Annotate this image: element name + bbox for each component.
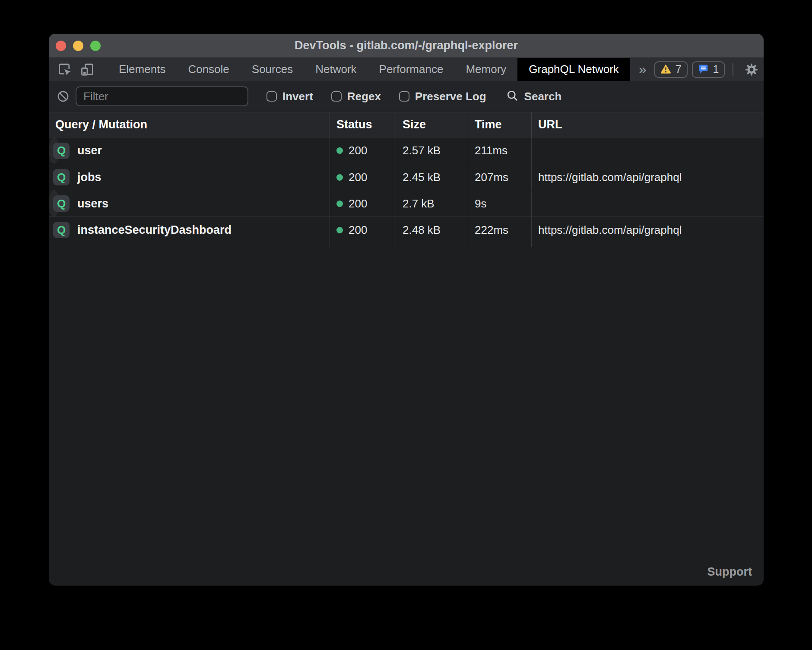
url-cell: https://gitlab.com/api/graphql	[531, 164, 764, 190]
filter-option-invert[interactable]: Invert	[266, 90, 313, 103]
close-window-button[interactable]	[56, 41, 66, 51]
zoom-window-button[interactable]	[90, 41, 101, 51]
request-row-jobs[interactable]: Qjobs2002.45 kB207mshttps://gitlab.com/a…	[49, 164, 764, 190]
column-header-query-mutation[interactable]: Query / Mutation	[49, 112, 330, 137]
size-cell: 2.45 kB	[396, 164, 468, 190]
request-row-instancesecuritydashboard[interactable]: QinstanceSecurityDashboard2002.48 kB222m…	[49, 217, 764, 243]
device-toolbar-icon[interactable]	[80, 62, 95, 77]
time-cell: 211ms	[468, 137, 531, 164]
request-list-empty-area: Support	[49, 247, 764, 586]
column-header-status[interactable]: Status	[330, 112, 396, 137]
size-cell: 2.48 kB	[396, 217, 468, 243]
message-icon	[698, 63, 709, 76]
tab-memory[interactable]: Memory	[454, 58, 517, 81]
window-title: DevTools - gitlab.com/-/graphql-explorer	[295, 39, 518, 52]
more-tabs-chevron-icon[interactable]: »	[630, 58, 654, 81]
clear-block-icon[interactable]	[57, 90, 70, 103]
tab-performance[interactable]: Performance	[368, 58, 455, 81]
request-name: instanceSecurityDashboard	[77, 223, 232, 237]
status-ok-dot-icon	[336, 174, 343, 181]
status-code: 200	[349, 223, 367, 237]
time-cell: 207ms	[468, 164, 531, 190]
column-header-time[interactable]: Time	[468, 112, 531, 137]
url-cell: https://gitlab.com/api/graphql	[531, 217, 764, 243]
status-ok-dot-icon	[336, 201, 343, 207]
tab-list: ElementsConsoleSourcesNetworkPerformance…	[108, 58, 630, 81]
status-cell: 200	[330, 164, 396, 190]
column-divider-tail	[49, 243, 764, 247]
status-code: 200	[349, 144, 367, 157]
filter-input[interactable]	[76, 86, 248, 106]
search-icon	[506, 89, 519, 104]
query-cell: Quser	[49, 137, 330, 164]
status-cell: 200	[330, 137, 396, 164]
url-cell: https://gitlab.com/api/graphql	[531, 191, 538, 217]
invert-checkbox-label: Invert	[282, 90, 313, 103]
query-type-badge: Q	[53, 169, 70, 185]
query-type-badge: Q	[53, 222, 70, 238]
query-cell: Qjobs	[49, 164, 330, 190]
tab-elements[interactable]: Elements	[108, 58, 177, 81]
warning-icon	[660, 63, 671, 76]
query-cell: QinstanceSecurityDashboard	[49, 217, 330, 243]
invert-checkbox[interactable]	[266, 91, 277, 102]
time-cell: 222ms	[468, 217, 531, 243]
tool-icons	[49, 58, 97, 81]
query-cell: Qusers	[49, 191, 330, 217]
issues-badge[interactable]: 1	[692, 61, 725, 78]
column-header-size[interactable]: Size	[396, 112, 468, 137]
regex-checkbox-label: Regex	[347, 90, 381, 103]
column-header-url[interactable]: URL	[531, 112, 764, 137]
preserve-log-checkbox[interactable]	[399, 91, 409, 102]
desktop-background: DevTools - gitlab.com/-/graphql-explorer	[0, 0, 812, 650]
devtools-window: DevTools - gitlab.com/-/graphql-explorer	[49, 34, 764, 586]
url-cell: https://gitlab.com/api/graphql	[531, 137, 538, 164]
query-type-badge: Q	[53, 195, 70, 212]
issues-count: 1	[713, 63, 719, 76]
settings-gear-icon[interactable]	[741, 63, 762, 76]
query-type-badge: Q	[53, 143, 70, 159]
warnings-badge[interactable]: 7	[654, 61, 688, 78]
size-cell: 2.7 kB	[396, 191, 468, 217]
table-body: Quser2002.57 kB211mshttps://gitlab.com/a…	[49, 137, 764, 243]
status-ok-dot-icon	[336, 227, 343, 233]
status-cell: 200	[330, 191, 396, 217]
filter-option-regex[interactable]: Regex	[331, 90, 381, 103]
tab-network[interactable]: Network	[304, 58, 368, 81]
request-name: jobs	[77, 171, 102, 184]
inspect-element-icon[interactable]	[57, 62, 72, 77]
status-cell: 200	[330, 217, 396, 243]
controls-separator	[733, 63, 733, 76]
warnings-count: 7	[676, 63, 682, 76]
search-label: Search	[524, 90, 562, 103]
traffic-lights	[56, 41, 101, 51]
preserve-log-checkbox-label: Preserve Log	[415, 90, 486, 103]
network-filter-bar: InvertRegexPreserve Log Search	[49, 81, 764, 112]
status-code: 200	[349, 197, 367, 210]
tabbar-right-controls: 7 1	[654, 58, 764, 81]
request-row-users[interactable]: Qusers2002.7 kB9shttps://gitlab.com/api/…	[49, 190, 59, 217]
time-cell: 9s	[468, 191, 531, 217]
size-cell: 2.57 kB	[396, 137, 468, 164]
window-titlebar[interactable]: DevTools - gitlab.com/-/graphql-explorer	[49, 34, 764, 57]
search-button[interactable]: Search	[506, 89, 562, 104]
support-link[interactable]: Support	[707, 565, 752, 579]
status-ok-dot-icon	[336, 147, 343, 154]
tab-sources[interactable]: Sources	[241, 58, 304, 81]
minimize-window-button[interactable]	[73, 41, 83, 51]
request-row-user[interactable]: Quser2002.57 kB211mshttps://gitlab.com/a…	[49, 137, 59, 164]
request-name: user	[77, 144, 102, 157]
regex-checkbox[interactable]	[331, 91, 342, 102]
tab-graphql-network[interactable]: GraphQL Network	[517, 58, 630, 81]
request-name: users	[77, 197, 108, 210]
tab-console[interactable]: Console	[177, 58, 240, 81]
filter-option-preserve-log[interactable]: Preserve Log	[399, 90, 486, 103]
status-code: 200	[349, 171, 367, 184]
devtools-tabbar: ElementsConsoleSourcesNetworkPerformance…	[49, 57, 764, 81]
table-header: Query / MutationStatusSizeTimeURL	[49, 112, 764, 137]
filter-options: InvertRegexPreserve Log	[248, 90, 486, 103]
